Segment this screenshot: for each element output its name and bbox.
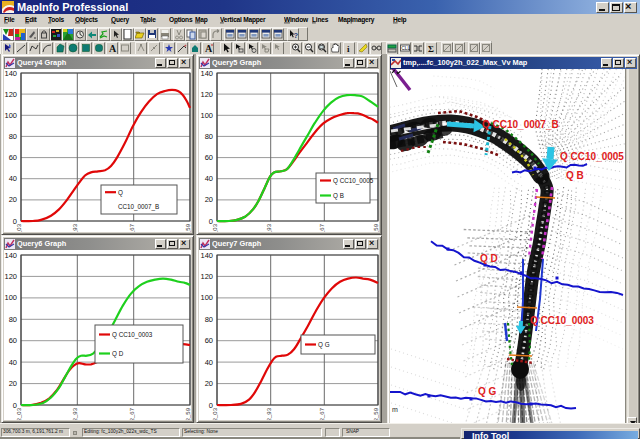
svg-text:Q CC10_0003: Q CC10_0003 (112, 331, 153, 339)
svg-text:100: 100 (4, 293, 17, 302)
svg-text:t2_93: t2_93 (266, 407, 272, 420)
svg-text:t2_67: t2_67 (129, 223, 135, 232)
svg-text:t2_03: t2_03 (212, 223, 218, 232)
svg-text:20: 20 (205, 379, 213, 388)
svg-text:CLL: CLL (401, 45, 410, 51)
svg-text:140: 140 (200, 251, 213, 260)
svg-text:Q D: Q D (112, 350, 124, 358)
svg-text:t2_59: t2_59 (373, 223, 379, 232)
svg-text:Q: Q (118, 189, 123, 197)
svg-text:m: m (392, 406, 398, 413)
svg-text:140: 140 (200, 69, 213, 78)
svg-text:Q B: Q B (333, 192, 344, 200)
svg-text:t2_03: t2_03 (212, 407, 218, 420)
svg-text:120: 120 (4, 272, 17, 281)
svg-text:Q CC10_0005: Q CC10_0005 (333, 177, 374, 185)
svg-text:40: 40 (9, 174, 17, 183)
svg-text:t2_93: t2_93 (72, 407, 78, 420)
svg-text:t2_59: t2_59 (185, 407, 191, 420)
svg-text:60: 60 (9, 153, 17, 162)
svg-text:t2_03: t2_03 (16, 223, 22, 232)
svg-text:80: 80 (9, 132, 17, 141)
svg-text:40: 40 (205, 358, 213, 367)
svg-text:Q CC10_0007_B: Q CC10_0007_B (482, 119, 559, 130)
svg-text:20: 20 (9, 195, 17, 204)
svg-text:i: i (347, 44, 350, 54)
svg-text:120: 120 (200, 90, 213, 99)
svg-text:140: 140 (4, 69, 17, 78)
svg-text:100: 100 (200, 111, 213, 120)
svg-text:100: 100 (200, 293, 213, 302)
svg-text:100: 100 (4, 111, 17, 120)
svg-text:A: A (109, 43, 117, 54)
svg-text:t2_93: t2_93 (266, 223, 272, 232)
svg-text:Q CC10_0003: Q CC10_0003 (530, 315, 594, 326)
svg-text:80: 80 (205, 315, 213, 324)
svg-text:t2_93: t2_93 (72, 223, 78, 232)
svg-text:60: 60 (205, 336, 213, 345)
svg-text:80: 80 (205, 132, 213, 141)
svg-text:40: 40 (9, 358, 17, 367)
svg-text:120: 120 (200, 272, 213, 281)
svg-text:t2_59: t2_59 (373, 407, 379, 420)
svg-text:Q G: Q G (478, 386, 497, 397)
svg-text:20: 20 (9, 379, 17, 388)
svg-text:?: ? (294, 31, 299, 40)
svg-text:20: 20 (205, 195, 213, 204)
svg-text:60: 60 (205, 153, 213, 162)
svg-text:t2_59: t2_59 (185, 223, 191, 232)
svg-text:120: 120 (4, 90, 17, 99)
svg-text:Q D: Q D (480, 253, 498, 264)
svg-text:140: 140 (4, 251, 17, 260)
svg-text:Q CC10_0005: Q CC10_0005 (560, 151, 624, 162)
svg-text:Q G: Q G (318, 341, 330, 349)
svg-text:t2_67: t2_67 (319, 223, 325, 232)
svg-text:Q B: Q B (566, 170, 584, 181)
svg-text:40: 40 (205, 174, 213, 183)
svg-text:CC10_0007_B: CC10_0007_B (118, 203, 159, 211)
svg-text:60: 60 (9, 336, 17, 345)
svg-text:t2_67: t2_67 (129, 407, 135, 420)
svg-text:80: 80 (9, 315, 17, 324)
svg-text:t2_67: t2_67 (319, 407, 325, 420)
svg-text:t2_03: t2_03 (16, 407, 22, 420)
svg-text:Σ: Σ (428, 44, 434, 54)
